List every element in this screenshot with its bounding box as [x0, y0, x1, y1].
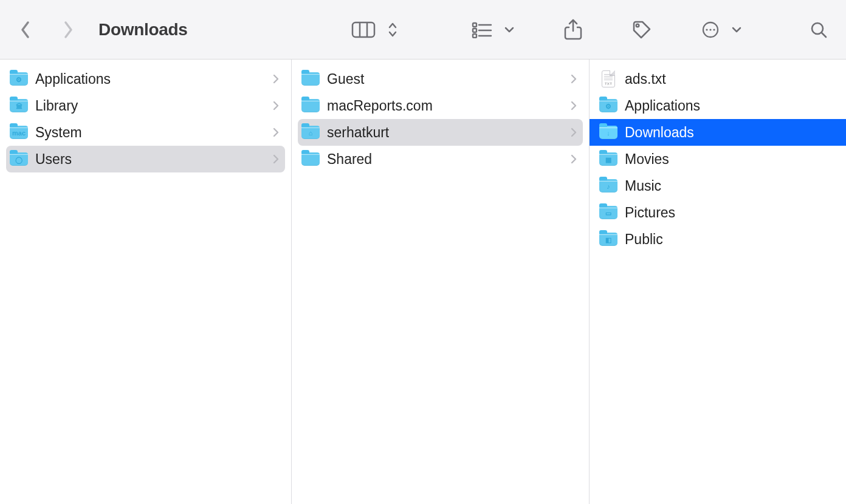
folder-icon: mac	[9, 123, 29, 141]
file-row-applications[interactable]: ⚙Applications	[6, 66, 285, 92]
folder-icon: ↓	[598, 123, 619, 141]
expand-chevron-icon	[571, 128, 577, 137]
window-title: Downloads	[98, 20, 188, 39]
file-label: Users	[35, 151, 273, 168]
search-button[interactable]	[806, 18, 831, 42]
view-columns-button[interactable]	[348, 18, 379, 42]
svg-point-12	[706, 29, 707, 30]
file-label: Guest	[327, 71, 571, 87]
ellipsis-circle-icon	[701, 21, 720, 39]
columns-view-icon	[351, 21, 376, 39]
svg-rect-3	[473, 23, 476, 27]
share-icon	[564, 19, 582, 41]
file-label: Movies	[625, 151, 834, 168]
chevron-down-icon	[732, 26, 741, 33]
chevron-right-icon	[63, 21, 74, 39]
svg-rect-0	[352, 22, 374, 37]
expand-chevron-icon	[273, 128, 279, 137]
text-file-icon: TXT	[598, 70, 619, 88]
file-label: Shared	[327, 151, 571, 168]
up-down-chevron-icon	[388, 22, 397, 38]
more-actions-button[interactable]	[698, 18, 723, 42]
file-label: macReports.com	[327, 98, 571, 114]
file-row-movies[interactable]: ▦Movies	[596, 146, 840, 172]
file-row-music[interactable]: ♪Music	[596, 172, 840, 199]
folder-icon: ⚙	[598, 97, 619, 115]
svg-point-10	[636, 24, 639, 27]
folder-icon: ⌂	[300, 123, 321, 141]
folder-icon: ▦	[598, 150, 619, 168]
tags-button[interactable]	[628, 18, 655, 42]
file-row-serhatkurt[interactable]: ⌂serhatkurt	[298, 119, 583, 146]
group-by-button[interactable]	[468, 18, 496, 42]
column-0: ⚙Applications🏛LibrarymacSystem◯Users	[0, 60, 292, 504]
svg-rect-5	[473, 29, 476, 32]
file-row-downloads[interactable]: ↓Downloads	[590, 119, 846, 146]
chevron-down-icon	[504, 26, 514, 33]
folder-icon: ♪	[598, 177, 619, 195]
expand-chevron-icon	[571, 74, 577, 84]
back-button[interactable]	[16, 20, 35, 39]
file-row-macreports-com[interactable]: macReports.com	[298, 92, 583, 119]
column-1: GuestmacReports.com⌂serhatkurtShared	[292, 60, 590, 504]
folder-icon: ⚙	[9, 70, 29, 88]
expand-chevron-icon	[571, 101, 577, 111]
file-label: Applications	[625, 98, 834, 114]
view-controls	[348, 18, 401, 42]
file-row-guest[interactable]: Guest	[298, 66, 583, 92]
file-row-ads-txt[interactable]: TXTads.txt	[596, 66, 840, 92]
folder-icon: ◧	[598, 230, 619, 248]
folder-icon	[300, 70, 321, 88]
tag-icon	[632, 20, 652, 39]
file-row-users[interactable]: ◯Users	[6, 146, 285, 172]
nav-buttons	[16, 20, 78, 39]
search-icon	[810, 21, 828, 39]
file-row-library[interactable]: 🏛Library	[6, 92, 285, 119]
svg-point-13	[709, 29, 711, 30]
chevron-left-icon	[20, 21, 31, 39]
file-label: Public	[625, 231, 834, 248]
folder-icon: ◯	[9, 150, 29, 168]
folder-icon	[300, 97, 321, 115]
forward-button[interactable]	[58, 20, 78, 39]
expand-chevron-icon	[273, 154, 279, 164]
view-options-button[interactable]	[384, 18, 401, 42]
expand-chevron-icon	[273, 74, 279, 84]
file-label: Downloads	[625, 124, 834, 141]
file-row-pictures[interactable]: ▭Pictures	[596, 199, 840, 226]
action-controls	[698, 18, 745, 42]
file-row-system[interactable]: macSystem	[6, 119, 285, 146]
more-actions-menu-button[interactable]	[728, 18, 745, 42]
folder-icon: ▭	[598, 203, 619, 222]
group-menu-button[interactable]	[501, 18, 518, 42]
file-label: ads.txt	[625, 71, 834, 87]
group-icon	[472, 21, 492, 38]
file-label: serhatkurt	[327, 124, 571, 141]
file-row-shared[interactable]: Shared	[298, 146, 583, 172]
expand-chevron-icon	[273, 101, 279, 111]
column-view: ⚙Applications🏛LibrarymacSystem◯UsersGues…	[0, 60, 846, 504]
file-label: System	[35, 124, 273, 141]
file-label: Pictures	[625, 205, 834, 221]
file-row-public[interactable]: ◧Public	[596, 226, 840, 253]
folder-icon	[300, 150, 321, 168]
file-label: Library	[35, 98, 273, 114]
folder-icon: 🏛	[9, 97, 29, 115]
svg-rect-7	[473, 34, 476, 38]
expand-chevron-icon	[571, 154, 577, 164]
svg-line-16	[822, 33, 826, 37]
file-label: Music	[625, 178, 834, 194]
toolbar: Downloads	[0, 0, 846, 60]
file-row-applications[interactable]: ⚙Applications	[596, 92, 840, 119]
group-controls	[468, 18, 518, 42]
column-2: TXTads.txt⚙Applications↓Downloads▦Movies…	[590, 60, 846, 504]
share-button[interactable]	[560, 18, 586, 42]
file-label: Applications	[35, 71, 273, 87]
svg-point-14	[713, 29, 715, 30]
